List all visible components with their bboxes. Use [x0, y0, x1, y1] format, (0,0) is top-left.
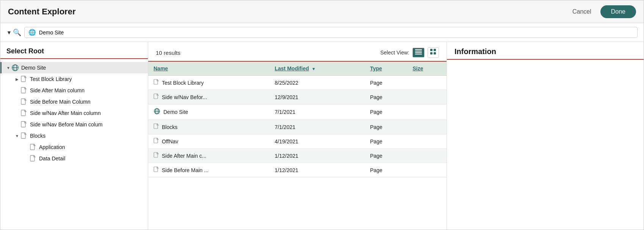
column-name[interactable]: Name [148, 62, 270, 76]
done-button[interactable]: Done [600, 5, 636, 18]
page-icon-application [29, 143, 37, 151]
row-page-icon [154, 152, 159, 159]
cell-size [407, 76, 447, 90]
tree-toggle-side-after [14, 89, 20, 93]
table-row[interactable]: OffNav 4/19/2021 Page [148, 134, 447, 149]
tree-label-wnav-after: Side w/Nav After Main column [30, 110, 101, 116]
tree-item-data-detail[interactable]: Data Detail [0, 153, 148, 164]
tree-toggle-test-block[interactable]: ▶ [14, 77, 20, 81]
svg-rect-18 [434, 52, 436, 54]
cell-name: Side w/Nav Befor... [148, 90, 270, 104]
svg-rect-15 [430, 49, 432, 51]
center-panel-header: 10 results Select View: [148, 42, 447, 62]
left-panel: Select Root ▼ Demo Site ▶ Tes [0, 42, 148, 230]
table-row[interactable]: Demo Site 7/1/2021 Page [148, 104, 447, 120]
tree-label-test-block: Test Block Library [30, 76, 72, 82]
svg-rect-16 [434, 49, 436, 51]
table-scroll-area[interactable]: Name Last Modified ▼ Type Size [148, 62, 447, 230]
cell-size [407, 149, 447, 163]
table-row[interactable]: Side w/Nav Befor... 12/9/2021 Page [148, 90, 447, 104]
row-page-icon [154, 93, 159, 101]
left-panel-title: Select Root [6, 47, 44, 55]
search-input[interactable] [39, 30, 633, 36]
page-icon-data-detail [29, 155, 37, 162]
page-icon-test-block [20, 75, 28, 83]
tree-item-side-wnav-after[interactable]: Side w/Nav After Main column [0, 107, 148, 119]
view-select-label: Select View: [380, 50, 409, 56]
cell-name: Blocks [148, 120, 270, 134]
cell-modified: 12/9/2021 [270, 90, 365, 104]
cell-size [407, 104, 447, 120]
row-page-icon [154, 123, 159, 131]
svg-rect-14 [415, 54, 422, 54]
column-last-modified[interactable]: Last Modified ▼ [270, 62, 365, 76]
cell-type: Page [365, 149, 407, 163]
right-panel-header: Information [447, 42, 644, 60]
table-row[interactable]: Side After Main c... 1/12/2021 Page [148, 149, 447, 163]
column-size[interactable]: Size [407, 62, 447, 76]
tree-item-side-wnav-before[interactable]: Side w/Nav Before Main colum [0, 119, 148, 130]
left-panel-header: Select Root [0, 42, 148, 59]
table-body: Test Block Library 8/25/2022 Page [148, 76, 447, 177]
content-explorer-modal: Content Explorer Cancel Done ▼ 🔍 🌐 Selec… [0, 0, 644, 230]
tree-item-application[interactable]: Application [0, 141, 148, 153]
filter-dropdown-button[interactable]: ▼ 🔍 [6, 28, 21, 37]
page-icon-side-before [20, 98, 28, 106]
cell-size [407, 163, 447, 177]
tree-toggle-demo-site[interactable]: ▼ [5, 66, 11, 70]
center-panel: 10 results Select View: Name [148, 42, 447, 230]
header-actions: Cancel Done [567, 5, 636, 18]
tree-toggle-blocks[interactable]: ▼ [14, 134, 20, 138]
column-type[interactable]: Type [365, 62, 407, 76]
view-select-container: Select View: [380, 47, 439, 58]
cell-name: Demo Site [148, 104, 270, 120]
tree-item-test-block-library[interactable]: ▶ Test Block Library [0, 73, 148, 85]
tree-item-side-after-main[interactable]: Side After Main column [0, 85, 148, 96]
right-panel-title: Information [454, 47, 496, 56]
tree-item-blocks[interactable]: ▼ Blocks [0, 130, 148, 141]
cell-type: Page [365, 76, 407, 90]
cell-modified: 1/12/2021 [270, 149, 365, 163]
cell-modified: 1/12/2021 [270, 163, 365, 177]
modal-body: Select Root ▼ Demo Site ▶ Tes [0, 42, 644, 230]
row-page-icon [154, 79, 159, 86]
tree-label-demo-site: Demo Site [21, 65, 46, 71]
tree-toggle-application [23, 145, 29, 149]
grid-view-button[interactable] [428, 47, 439, 58]
cell-modified: 8/25/2022 [270, 76, 365, 90]
svg-rect-17 [430, 52, 432, 54]
tree-item-side-before-main[interactable]: Side Before Main Column [0, 96, 148, 107]
cancel-button[interactable]: Cancel [567, 6, 597, 17]
search-globe-icon: 🌐 [28, 29, 36, 36]
tree-toggle-side-before [14, 100, 20, 104]
table-row[interactable]: Test Block Library 8/25/2022 Page [148, 76, 447, 90]
tree-toggle-data-detail [23, 157, 29, 161]
page-icon-wnav-before [20, 121, 28, 128]
svg-rect-11 [415, 49, 422, 50]
table-row[interactable]: Blocks 7/1/2021 Page [148, 120, 447, 134]
tree-label-side-after: Side After Main column [30, 87, 85, 93]
tree-toggle-wnav-after [14, 111, 20, 115]
globe-icon-demo-site [11, 64, 19, 71]
tree-toggle-wnav-before [14, 123, 20, 127]
cell-name: Side Before Main ... [148, 163, 270, 177]
row-globe-icon [154, 108, 160, 116]
table-row[interactable]: Side Before Main ... 1/12/2021 Page [148, 163, 447, 177]
table-header: Name Last Modified ▼ Type Size [148, 62, 447, 76]
cell-size [407, 90, 447, 104]
cell-size [407, 134, 447, 149]
svg-rect-13 [415, 52, 422, 53]
cell-name: OffNav [148, 134, 270, 149]
tree-label-wnav-before: Side w/Nav Before Main colum [30, 121, 102, 127]
list-view-button[interactable] [412, 48, 425, 58]
search-input-wrap: 🌐 [24, 27, 638, 38]
tree-item-demo-site[interactable]: ▼ Demo Site [0, 62, 148, 73]
tree-label-blocks: Blocks [30, 133, 45, 139]
modal-title: Content Explorer [8, 7, 75, 17]
cell-type: Page [365, 104, 407, 120]
svg-rect-12 [415, 51, 422, 51]
cell-name: Side After Main c... [148, 149, 270, 163]
page-icon-side-after [20, 87, 28, 94]
page-icon-blocks [20, 132, 28, 140]
tree-label-application: Application [39, 144, 65, 150]
